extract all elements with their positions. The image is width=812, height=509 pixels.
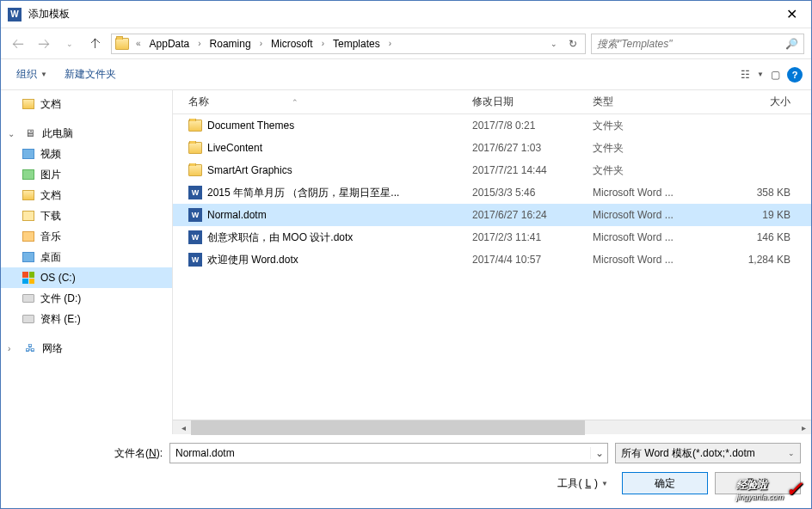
file-name: Normal.dotm: [207, 209, 267, 221]
new-folder-button[interactable]: 新建文件夹: [58, 64, 123, 85]
window-title: 添加模板: [28, 7, 772, 21]
music-icon: [22, 231, 34, 242]
preview-pane-icon[interactable]: ▢: [771, 69, 780, 81]
file-name: 2015 年简单月历 （含阴历，星期日至星...: [207, 186, 399, 200]
search-icon[interactable]: 🔍: [785, 38, 798, 50]
file-date: 2017/6/27 1:03: [472, 142, 593, 154]
chevron-icon[interactable]: ›: [318, 39, 328, 48]
pc-icon: 🖥: [23, 126, 37, 140]
breadcrumb-roaming[interactable]: Roaming: [208, 34, 253, 53]
navigation-tree: 文档 ⌄🖥此电脑 视频 图片 文档 下载 音乐 桌面 OS (C:) 文件 (D…: [1, 90, 173, 434]
word-file-icon: W: [188, 230, 202, 244]
file-row[interactable]: W创意求职信，由 MOO 设计.dotx2017/2/3 11:41Micros…: [173, 226, 811, 248]
column-name[interactable]: 名称⌃: [188, 95, 472, 109]
file-name: 创意求职信，由 MOO 设计.dotx: [207, 230, 353, 245]
file-row[interactable]: W欢迎使用 Word.dotx2017/4/4 10:57Microsoft W…: [173, 248, 811, 271]
close-button[interactable]: ✕: [772, 1, 811, 28]
tree-desktop[interactable]: 桌面: [1, 247, 172, 267]
search-input[interactable]: [597, 38, 785, 50]
tools-button[interactable]: 工具(L) ▼: [551, 473, 615, 494]
file-list: Document Themes2017/7/8 0:21文件夹LiveConte…: [173, 114, 811, 420]
folder-icon: [188, 164, 202, 176]
column-size[interactable]: 大小: [722, 95, 799, 109]
nav-up[interactable]: 🡡: [85, 34, 106, 54]
file-date: 2017/2/3 11:41: [472, 231, 593, 243]
tree-drive-c[interactable]: OS (C:): [1, 267, 172, 288]
drive-icon: [22, 294, 34, 303]
view-dropdown[interactable]: ▼: [757, 71, 764, 78]
file-row[interactable]: W2015 年简单月历 （含阴历，星期日至星...2015/3/3 5:46Mi…: [173, 181, 811, 204]
breadcrumb-appdata[interactable]: AppData: [148, 34, 192, 53]
scroll-right[interactable]: ▸: [797, 420, 811, 435]
cancel-button[interactable]: 取消: [715, 472, 801, 494]
address-bar[interactable]: « AppData › Roaming › Microsoft › Templa…: [111, 34, 586, 54]
filename-dropdown[interactable]: ⌄: [590, 447, 607, 459]
chevron-down-icon: ▼: [40, 71, 47, 78]
tree-pictures[interactable]: 图片: [1, 164, 172, 185]
column-type[interactable]: 类型: [593, 95, 722, 109]
file-date: 2017/4/4 10:57: [472, 254, 593, 266]
file-type: 文件夹: [593, 119, 722, 133]
tree-drive-d[interactable]: 文件 (D:): [1, 288, 172, 309]
chevron-icon[interactable]: ›: [256, 39, 266, 48]
file-row[interactable]: LiveContent2017/6/27 1:03文件夹: [173, 137, 811, 159]
folder-icon: [188, 120, 202, 132]
chevron-icon[interactable]: ›: [385, 39, 395, 48]
file-name: SmartArt Graphics: [207, 164, 292, 176]
word-file-icon: W: [188, 208, 202, 222]
network-icon: 🖧: [23, 341, 37, 355]
file-row[interactable]: SmartArt Graphics2017/7/21 14:44文件夹: [173, 159, 811, 181]
downloads-icon: [22, 211, 34, 221]
refresh-button[interactable]: ↻: [564, 35, 581, 52]
tree-documents[interactable]: 文档: [1, 185, 172, 205]
filename-input[interactable]: [170, 447, 590, 459]
folder-icon: [188, 142, 202, 154]
file-type: 文件夹: [593, 141, 722, 156]
address-dropdown[interactable]: ⌄: [545, 35, 563, 52]
organize-button[interactable]: 组织 ▼: [9, 64, 54, 85]
column-date[interactable]: 修改日期: [472, 95, 593, 109]
tree-this-pc[interactable]: ⌄🖥此电脑: [1, 123, 172, 144]
file-date: 2015/3/3 5:46: [472, 187, 593, 199]
tree-network[interactable]: ›🖧网络: [1, 338, 172, 359]
file-type: Microsoft Word ...: [593, 209, 722, 221]
file-row[interactable]: Document Themes2017/7/8 0:21文件夹: [173, 114, 811, 137]
ok-button[interactable]: 确定: [622, 472, 708, 494]
folder-icon: [115, 38, 129, 50]
tree-music[interactable]: 音乐: [1, 226, 172, 247]
nav-forward[interactable]: 🡢: [34, 34, 54, 54]
file-type-filter[interactable]: 所有 Word 模板(*.dotx;*.dotm ⌄: [615, 443, 801, 463]
chevron-icon[interactable]: «: [132, 39, 145, 48]
view-list-icon[interactable]: ☷: [741, 69, 750, 81]
file-name: LiveContent: [207, 142, 262, 154]
file-type: Microsoft Word ...: [593, 231, 722, 243]
filename-combobox[interactable]: ⌄: [169, 443, 608, 463]
scroll-left[interactable]: ◂: [176, 420, 191, 435]
nav-recent-dropdown[interactable]: ⌄: [59, 34, 80, 54]
file-date: 2017/6/27 16:24: [472, 209, 593, 221]
windows-icon: [22, 272, 34, 284]
horizontal-scrollbar[interactable]: ◂ ▸: [176, 420, 811, 434]
tree-documents-quick[interactable]: 文档: [1, 94, 172, 114]
file-size: 19 KB: [722, 209, 799, 221]
breadcrumb-microsoft[interactable]: Microsoft: [269, 34, 315, 53]
search-box[interactable]: 🔍: [591, 34, 804, 54]
file-size: 1,284 KB: [722, 254, 799, 266]
pictures-icon: [22, 169, 34, 180]
chevron-down-icon: ⌄: [788, 449, 795, 457]
chevron-icon[interactable]: ›: [194, 39, 204, 48]
help-button[interactable]: ?: [787, 67, 803, 83]
tree-videos[interactable]: 视频: [1, 144, 172, 164]
video-icon: [22, 149, 34, 159]
tree-drive-e[interactable]: 资料 (E:): [1, 309, 172, 329]
filename-label: 文件名(N):: [11, 446, 163, 461]
documents-icon: [22, 190, 34, 200]
tree-downloads[interactable]: 下载: [1, 205, 172, 226]
nav-back[interactable]: 🡠: [8, 34, 28, 54]
file-size: 146 KB: [722, 231, 799, 243]
word-file-icon: W: [188, 253, 202, 267]
breadcrumb-templates[interactable]: Templates: [331, 34, 382, 53]
file-row[interactable]: WNormal.dotm2017/6/27 16:24Microsoft Wor…: [173, 204, 811, 226]
file-size: 358 KB: [722, 187, 799, 199]
scroll-thumb[interactable]: [191, 420, 585, 435]
